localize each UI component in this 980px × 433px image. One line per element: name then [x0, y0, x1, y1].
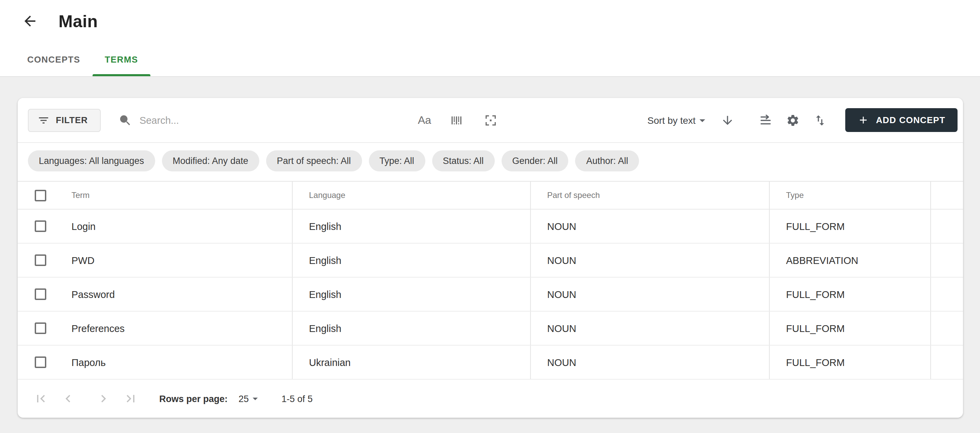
row-checkbox[interactable]	[35, 322, 46, 334]
row-checkbox[interactable]	[35, 220, 46, 232]
filter-chip-languages[interactable]: Languages: All languages	[28, 150, 155, 171]
page-header: Main CONCEPTS TERMS	[0, 0, 980, 77]
selection-frame-button[interactable]	[480, 110, 501, 130]
app-root: Main CONCEPTS TERMS FILTER	[0, 0, 980, 433]
match-case-toggle[interactable]: Aa	[417, 110, 433, 130]
cell-extra	[930, 209, 963, 243]
cell-term: Password	[54, 278, 292, 311]
page-title: Main	[59, 11, 98, 31]
header-top: Main	[0, 0, 980, 42]
crop-frame-icon	[484, 113, 497, 127]
filter-button[interactable]: FILTER	[28, 108, 101, 132]
search-input[interactable]	[140, 115, 404, 125]
tab-bar: CONCEPTS TERMS	[0, 42, 980, 76]
cell-type: FULL_FORM	[769, 312, 930, 345]
cell-language: English	[292, 312, 530, 345]
first-page-button[interactable]	[27, 385, 54, 412]
table-row[interactable]: Login English NOUN FULL_FORM	[18, 209, 963, 244]
wrap-text-button[interactable]	[756, 110, 776, 130]
filter-chip-part-of-speech[interactable]: Part of speech: All	[266, 150, 362, 171]
filter-chip-modified[interactable]: Modified: Any date	[162, 150, 259, 171]
filter-chip-status[interactable]: Status: All	[432, 150, 495, 171]
cell-extra	[930, 346, 963, 379]
cell-language: Ukrainian	[292, 346, 530, 379]
cell-part-of-speech: NOUN	[530, 346, 769, 379]
rows-per-page-select[interactable]: 25	[239, 393, 261, 405]
cell-type: FULL_FORM	[769, 278, 930, 311]
table-row[interactable]: PWD English NOUN ABBREVIATION	[18, 244, 963, 278]
cell-part-of-speech: NOUN	[530, 312, 769, 345]
chevron-down-icon	[249, 393, 261, 405]
filter-button-label: FILTER	[56, 115, 88, 125]
next-page-button[interactable]	[90, 385, 117, 412]
toolbar: FILTER Aa	[18, 98, 963, 143]
filter-chip-gender[interactable]: Gender: All	[501, 150, 569, 171]
cell-part-of-speech: NOUN	[530, 278, 769, 311]
add-concept-button[interactable]: ADD CONCEPT	[845, 108, 958, 132]
row-checkbox[interactable]	[35, 254, 46, 266]
settings-button[interactable]	[783, 110, 803, 130]
table-header-row: Term Language Part of speech Type	[18, 182, 963, 209]
tab-concepts-label: CONCEPTS	[27, 54, 80, 64]
add-concept-label: ADD CONCEPT	[876, 115, 945, 125]
select-all-checkbox[interactable]	[35, 189, 46, 201]
up-down-arrows-icon	[813, 113, 827, 127]
select-all-cell	[18, 182, 54, 209]
sort-select[interactable]: Sort by text	[648, 113, 710, 127]
table-footer: Rows per page: 25 1-5 of 5	[18, 380, 963, 418]
cell-term: Пароль	[54, 346, 292, 379]
filter-chip-type[interactable]: Type: All	[369, 150, 425, 171]
cell-part-of-speech: NOUN	[530, 244, 769, 277]
row-checkbox[interactable]	[35, 357, 46, 368]
column-header-term: Term	[54, 182, 292, 209]
back-button[interactable]	[16, 8, 43, 35]
sort-label: Sort by text	[648, 115, 696, 125]
cell-term: Login	[54, 209, 292, 243]
rows-per-page-label: Rows per page:	[159, 393, 228, 404]
barcode-toggle-button[interactable]	[446, 110, 466, 130]
terms-table: Term Language Part of speech Type Login …	[18, 182, 963, 380]
table-row[interactable]: Пароль Ukrainian NOUN FULL_FORM	[18, 346, 963, 380]
row-checkbox[interactable]	[35, 289, 46, 300]
cell-language: English	[292, 209, 530, 243]
last-page-icon	[123, 391, 138, 406]
table-row[interactable]: Preferences English NOUN FULL_FORM	[18, 312, 963, 346]
cell-extra	[930, 278, 963, 311]
arrow-left-icon	[22, 13, 38, 29]
cell-language: English	[292, 278, 530, 311]
cell-language: English	[292, 244, 530, 277]
gear-icon	[786, 113, 800, 127]
cell-type: ABBREVIATION	[769, 244, 930, 277]
tab-terms-label: TERMS	[105, 54, 138, 64]
import-export-button[interactable]	[810, 110, 830, 130]
row-checkbox-cell	[18, 312, 54, 345]
column-header-type: Type	[769, 182, 930, 209]
row-checkbox-cell	[18, 278, 54, 311]
filter-list-icon	[37, 114, 50, 126]
tab-terms[interactable]: TERMS	[92, 42, 150, 76]
row-checkbox-cell	[18, 346, 54, 379]
tab-concepts[interactable]: CONCEPTS	[15, 42, 92, 76]
plus-icon	[858, 114, 869, 126]
previous-page-button[interactable]	[54, 385, 82, 412]
match-case-label: Aa	[418, 114, 431, 126]
cell-extra	[930, 244, 963, 277]
column-header-part-of-speech: Part of speech	[530, 182, 769, 209]
last-page-button[interactable]	[117, 385, 144, 412]
lines-with-arrow-icon	[759, 113, 772, 127]
chevron-down-icon	[695, 113, 709, 127]
column-header-extra	[930, 182, 963, 209]
page-range-label: 1-5 of 5	[282, 393, 313, 404]
arrow-down-icon	[721, 113, 734, 127]
terms-panel: FILTER Aa	[18, 98, 963, 418]
rows-per-page-value: 25	[239, 393, 249, 404]
column-header-language: Language	[292, 182, 530, 209]
barcode-icon	[450, 113, 463, 127]
sort-direction-button[interactable]	[717, 110, 738, 130]
cell-type: FULL_FORM	[769, 209, 930, 243]
table-row[interactable]: Password English NOUN FULL_FORM	[18, 278, 963, 312]
cell-type: FULL_FORM	[769, 346, 930, 379]
toolbar-icon-group	[756, 110, 830, 130]
filter-chips-row: Languages: All languages Modified: Any d…	[18, 143, 963, 182]
filter-chip-author[interactable]: Author: All	[576, 150, 639, 171]
